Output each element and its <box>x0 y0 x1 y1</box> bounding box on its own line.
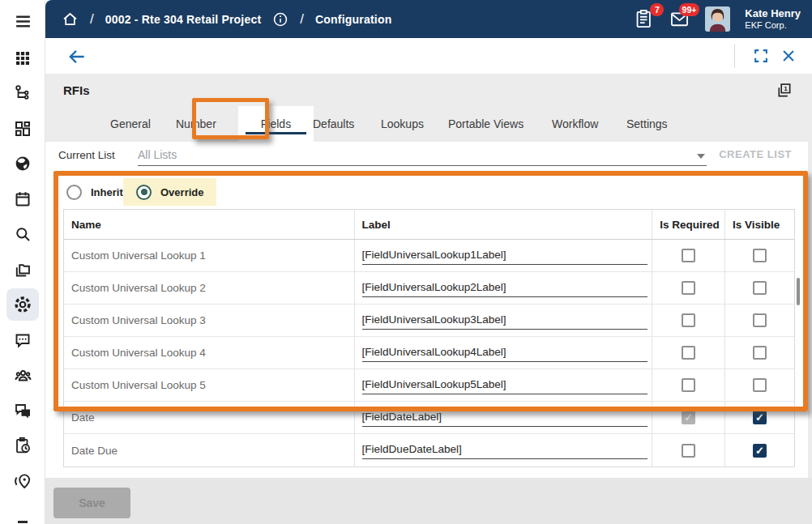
field-label-input[interactable]: [FieldUniversalLookup3Label] <box>362 312 647 330</box>
table-row: Date Due [FieldDueDateLabel] <box>64 434 794 466</box>
clipped-sidebar-icon <box>18 521 28 523</box>
fullscreen-icon[interactable] <box>752 47 770 65</box>
single-pane-view-icon[interactable]: 1 <box>776 82 793 99</box>
tab-portable-views[interactable]: Portable Views <box>448 106 524 142</box>
panel-content: Current List All Lists CREATE LIST Inher… <box>45 142 808 478</box>
table-row: Custom Universal Lookup 1 [FieldUniversa… <box>64 240 794 272</box>
close-icon[interactable] <box>780 47 797 65</box>
dashboard-icon[interactable] <box>6 113 39 145</box>
inherit-label: Inherit <box>91 186 123 198</box>
is-required-checkbox[interactable] <box>682 378 695 392</box>
panel-footer: Save <box>45 478 812 524</box>
breadcrumb-section: Configuration <box>315 13 391 26</box>
breadcrumb-separator: / <box>300 11 304 28</box>
is-required-checkbox[interactable] <box>682 444 695 458</box>
workflow-tree-icon[interactable] <box>6 77 39 109</box>
svg-text:1: 1 <box>784 85 788 92</box>
create-list-button[interactable]: CREATE LIST <box>719 148 792 160</box>
breadcrumb-project[interactable]: 0002 - Rte 304 Retail Project <box>105 13 262 26</box>
is-visible-checkbox[interactable] <box>753 346 767 360</box>
mail-notification-button[interactable]: 99+ <box>669 9 690 30</box>
panel-title: RFIs <box>63 83 90 97</box>
table-row: Custom Universal Lookup 5 [FieldUniversa… <box>64 369 794 402</box>
avatar[interactable] <box>705 6 730 32</box>
tab-defaults[interactable]: Defaults <box>313 106 354 142</box>
tasks-notification-button[interactable]: 7 <box>634 9 655 30</box>
is-required-checkbox[interactable] <box>682 346 695 360</box>
mail-badge: 99+ <box>679 3 700 16</box>
field-label-input[interactable]: [FieldUniversalLookup5Label] <box>362 377 647 394</box>
save-button[interactable]: Save <box>53 488 130 518</box>
is-required-checkbox[interactable] <box>682 249 695 262</box>
field-name: Custom Universal Lookup 4 <box>71 347 206 359</box>
app-root: / 0002 - Rte 304 Retail Project / Config… <box>0 0 812 524</box>
is-visible-checkbox[interactable] <box>753 249 767 262</box>
home-icon[interactable] <box>62 11 79 28</box>
table-header: Name Label Is Required Is Visible <box>64 210 794 240</box>
search-icon[interactable] <box>6 218 39 250</box>
clipboard-clock-icon[interactable] <box>6 429 39 462</box>
panel-toolbar <box>45 38 812 74</box>
tabs-bar: General Number Fields Defaults Lookups P… <box>45 106 812 142</box>
is-required-checkbox[interactable] <box>682 281 695 295</box>
table-row: Custom Universal Lookup 2 [FieldUniversa… <box>64 272 794 305</box>
is-visible-checkbox[interactable] <box>753 444 767 458</box>
fields-table: Name Label Is Required Is Visible Custom… <box>63 209 795 467</box>
chevron-down-icon <box>697 154 705 159</box>
table-row: Date [FieldDateLabel] <box>64 402 794 434</box>
location-pin-icon[interactable] <box>6 465 39 497</box>
calendar-icon[interactable] <box>6 183 39 215</box>
inherit-radio[interactable] <box>66 185 82 200</box>
is-visible-checkbox[interactable] <box>753 411 767 424</box>
column-header-is-required: Is Required <box>652 210 725 239</box>
is-required-checkbox[interactable] <box>682 313 695 327</box>
toolbar-divider <box>734 44 735 68</box>
table-scrollbar[interactable] <box>797 278 800 305</box>
current-list-row: Current List All Lists CREATE LIST <box>45 142 808 172</box>
field-name: Custom Universal Lookup 5 <box>71 379 206 391</box>
is-visible-checkbox[interactable] <box>753 378 767 392</box>
override-radio[interactable] <box>136 185 152 200</box>
panel-header: RFIs 1 <box>45 74 812 106</box>
tab-fields[interactable]: Fields <box>238 106 314 142</box>
table-row: Custom Universal Lookup 4 [FieldUniversa… <box>64 337 794 369</box>
tab-lookups[interactable]: Lookups <box>381 106 424 142</box>
chat-icon[interactable] <box>6 394 39 427</box>
column-header-label: Label <box>355 210 653 239</box>
column-header-is-visible: Is Visible <box>725 210 794 239</box>
tab-number[interactable]: Number <box>176 106 216 142</box>
is-visible-checkbox[interactable] <box>753 313 767 327</box>
is-required-checkbox <box>682 411 695 424</box>
topbar: / 0002 - Rte 304 Retail Project / Config… <box>45 0 812 38</box>
user-company: EKF Corp. <box>745 20 801 31</box>
tab-general[interactable]: General <box>110 106 151 142</box>
field-name: Custom Universal Lookup 1 <box>71 249 206 262</box>
override-option[interactable]: Override <box>123 178 216 206</box>
panel-right-gutter <box>808 142 812 478</box>
tab-workflow[interactable]: Workflow <box>552 106 598 142</box>
current-list-dropdown[interactable]: All Lists <box>138 145 707 166</box>
field-name: Date Due <box>71 445 118 457</box>
comment-icon[interactable] <box>6 324 39 356</box>
back-button[interactable] <box>66 46 88 67</box>
globe-icon[interactable] <box>6 147 39 180</box>
field-label-input[interactable]: [FieldDueDateLabel] <box>362 441 647 459</box>
user-info[interactable]: Kate Henry EKF Corp. <box>745 8 801 31</box>
current-list-label: Current List <box>58 149 115 161</box>
column-header-name: Name <box>64 210 355 239</box>
current-list-value: All Lists <box>138 148 177 161</box>
folders-icon[interactable] <box>6 253 39 286</box>
is-visible-checkbox[interactable] <box>753 281 767 295</box>
field-label-input[interactable]: [FieldUniversalLookup4Label] <box>362 344 647 362</box>
info-icon[interactable] <box>272 11 288 28</box>
settings-gear-icon[interactable] <box>6 288 39 321</box>
field-label-input[interactable]: [FieldUniversalLookup2Label] <box>362 279 647 297</box>
breadcrumb-separator: / <box>90 11 94 28</box>
table-row: Custom Universal Lookup 3 [FieldUniversa… <box>64 305 794 337</box>
hamburger-menu-icon[interactable] <box>6 5 39 37</box>
people-icon[interactable] <box>6 359 39 391</box>
field-label-input[interactable]: [FieldDateLabel] <box>362 409 647 427</box>
apps-grid-icon[interactable] <box>6 42 39 75</box>
field-label-input[interactable]: [FieldUniversalLookup1Label] <box>362 247 647 265</box>
tab-settings[interactable]: Settings <box>626 106 668 142</box>
